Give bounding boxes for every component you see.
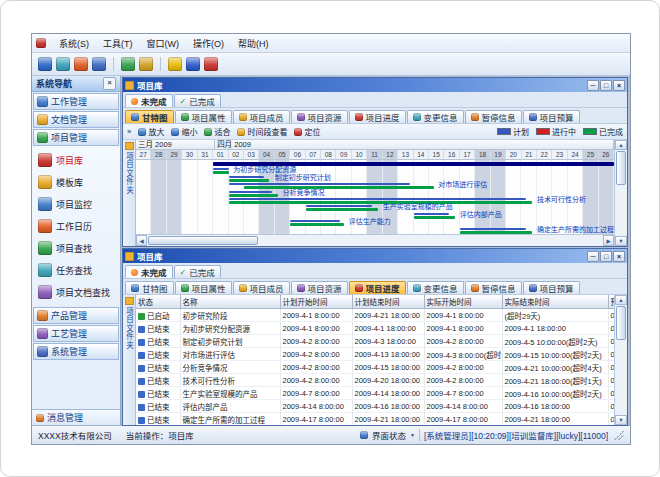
view-tab-icon-progress xyxy=(355,284,363,292)
column-header-5[interactable]: 实际结束时间 xyxy=(502,295,608,309)
minimize-button[interactable]: ─ xyxy=(587,80,599,91)
view-tab-gantt[interactable]: 甘特图 xyxy=(125,281,174,294)
view-tab-members[interactable]: 项目成员 xyxy=(233,110,290,123)
view-tab-resources[interactable]: 项目资源 xyxy=(291,110,348,123)
dropdown-arrow-icon[interactable]: ▼ xyxy=(410,432,415,438)
view-tab-budget[interactable]: 项目预算 xyxy=(523,110,580,123)
scroll-down-arrow[interactable]: ▼ xyxy=(615,236,627,246)
window-titlebar[interactable]: 项目库 ─ □ × xyxy=(123,78,627,92)
zoom-in-button[interactable]: 放大 xyxy=(138,126,164,137)
view-tab-members[interactable]: 项目成员 xyxy=(233,281,290,294)
help-icon[interactable] xyxy=(186,57,200,71)
view-tab-pauses[interactable]: 暂停信息 xyxy=(465,110,522,123)
search-icon[interactable] xyxy=(92,57,106,71)
calendar-icon[interactable] xyxy=(74,57,88,71)
table-row[interactable]: 已结束技术可行性分析2009-4-2 8:00:002009-4-20 18:0… xyxy=(136,374,614,387)
table-row[interactable]: 已启动初步研究阶段2009-4-1 8:00:002009-4-21 18:00… xyxy=(136,309,614,322)
scroll-down-arrow[interactable]: ▼ xyxy=(615,415,627,425)
sidebar-group-doc-mgmt[interactable]: 文档管理 xyxy=(33,111,119,128)
time-range-button[interactable]: 时间段查看 xyxy=(237,126,287,137)
view-tab-properties[interactable]: 项目属性 xyxy=(175,281,232,294)
vertical-scrollbar[interactable]: ▲ ▼ xyxy=(614,295,627,425)
scroll-track[interactable] xyxy=(615,186,627,236)
menu-item-4[interactable]: 帮助(H) xyxy=(231,38,276,50)
table-row[interactable]: 已结束评估内部产品2009-4-14 8:00:002009-4-16 18:0… xyxy=(136,400,614,413)
message-mgmt-tab[interactable]: 消息管理 xyxy=(32,409,120,425)
scroll-left-arrow[interactable]: ◀ xyxy=(136,235,147,246)
lock-icon[interactable] xyxy=(168,57,182,71)
sidebar-item-project-library[interactable]: 项目库 xyxy=(38,149,120,171)
exit-icon[interactable] xyxy=(204,57,218,71)
view-tab-progress[interactable]: 项目进度 xyxy=(349,281,406,294)
menu-item-3[interactable]: 操作(O) xyxy=(186,38,231,50)
sidebar-group-system-mgmt[interactable]: 系统管理 xyxy=(33,343,119,360)
sidebar-group-product-mgmt[interactable]: 产品管理 xyxy=(33,307,119,324)
scroll-thumb[interactable] xyxy=(616,306,626,340)
column-header-4[interactable]: 实际开始时间 xyxy=(424,295,502,309)
report-icon[interactable] xyxy=(139,57,153,71)
tab-finished[interactable]: ✓已完成 xyxy=(174,94,221,107)
view-tab-pauses[interactable]: 暂停信息 xyxy=(465,281,522,294)
table-row[interactable]: 已结束生产实验室规模的产品2009-4-7 8:00:002009-4-14 1… xyxy=(136,387,614,400)
scroll-track[interactable] xyxy=(147,235,603,246)
vertical-scrollbar[interactable]: ▲ ▼ xyxy=(614,140,627,246)
zoom-out-button[interactable]: 缩小 xyxy=(171,126,197,137)
sidebar-group-process-mgmt[interactable]: 工艺管理 xyxy=(33,325,119,342)
sidebar-item-work-calendar[interactable]: 工作日历 xyxy=(38,215,120,237)
tab-finished[interactable]: ✓已完成 xyxy=(174,265,221,278)
column-header-2[interactable]: 计划开始时间 xyxy=(280,295,352,309)
window-titlebar[interactable]: 项目库 ─ □ × xyxy=(123,249,627,263)
tab-unfinished[interactable]: 未完成 xyxy=(125,94,173,107)
view-tab-resources[interactable]: 项目资源 xyxy=(291,281,348,294)
project-folder-strip[interactable]: 项目文件夹 xyxy=(123,140,136,246)
status-icon xyxy=(138,326,145,333)
column-header-0[interactable]: 状态 xyxy=(136,295,180,309)
column-header-3[interactable]: 计划结束时间 xyxy=(352,295,424,309)
save-icon[interactable] xyxy=(38,57,52,71)
table-row[interactable]: 已结束确定生产所需的加工过程2009-4-17 8:00:002009-4-21… xyxy=(136,413,614,426)
scroll-right-arrow[interactable]: ▶ xyxy=(603,235,614,246)
sidebar-item-project-doc-search[interactable]: 项目文档查找 xyxy=(38,281,120,303)
view-tab-changes[interactable]: 变更信息 xyxy=(407,281,464,294)
sidebar-item-template-library[interactable]: 模板库 xyxy=(38,171,120,193)
sidebar-item-project-monitor[interactable]: 项目监控 xyxy=(38,193,120,215)
table-row[interactable]: 已结束对市场进行评估2009-4-2 8:00:002009-4-13 18:0… xyxy=(136,348,614,361)
table-row[interactable]: 已结束制定初步研究计划2009-4-2 8:00:002009-4-3 18:0… xyxy=(136,335,614,348)
ui-state-label[interactable]: 界面状态 xyxy=(372,429,406,441)
minimize-button[interactable]: ─ xyxy=(587,251,599,262)
table-row[interactable]: 已结束为初步研究分配资源2009-4-1 8:00:002009-4-1 18:… xyxy=(136,322,614,335)
view-tab-properties[interactable]: 项目属性 xyxy=(175,110,232,123)
scroll-thumb[interactable] xyxy=(148,236,258,245)
maximize-button[interactable]: □ xyxy=(600,80,612,91)
sidebar-group-work-mgmt[interactable]: 工作管理 xyxy=(33,93,119,110)
overflow-chevron[interactable]: » xyxy=(127,127,131,136)
view-tab-gantt[interactable]: 甘特图 xyxy=(125,110,174,123)
view-tab-progress[interactable]: 项目进度 xyxy=(349,110,406,123)
scroll-thumb[interactable] xyxy=(616,151,626,185)
resize-grip[interactable] xyxy=(614,430,624,440)
column-header-1[interactable]: 名称 xyxy=(180,295,280,309)
sidebar-group-project-mgmt[interactable]: 项目管理 xyxy=(33,129,119,146)
project-folder-strip[interactable]: 项目文件夹 xyxy=(123,295,136,425)
print-icon[interactable] xyxy=(56,57,70,71)
menu-item-0[interactable]: 系统(S) xyxy=(52,38,96,50)
schedule-icon[interactable] xyxy=(121,57,135,71)
view-tab-budget[interactable]: 项目预算 xyxy=(523,281,580,294)
maximize-button[interactable]: □ xyxy=(600,251,612,262)
fit-button[interactable]: 适合 xyxy=(204,126,230,137)
table-row[interactable]: 已结束分析竞争情况2009-4-2 8:00:002009-4-15 18:00… xyxy=(136,361,614,374)
close-button[interactable]: × xyxy=(613,80,625,91)
sidebar-close-button[interactable]: × xyxy=(103,77,116,90)
sidebar-item-project-search[interactable]: 项目查找 xyxy=(38,237,120,259)
horizontal-scrollbar[interactable]: ◀ ▶ xyxy=(136,234,614,246)
locate-button[interactable]: 定位 xyxy=(294,126,320,137)
scroll-up-arrow[interactable]: ▲ xyxy=(615,140,627,150)
view-tab-changes[interactable]: 变更信息 xyxy=(407,110,464,123)
sidebar-item-task-search[interactable]: 任务查找 xyxy=(38,259,120,281)
scroll-up-arrow[interactable]: ▲ xyxy=(615,295,627,305)
close-button[interactable]: × xyxy=(613,251,625,262)
menu-item-2[interactable]: 窗口(W) xyxy=(140,38,187,50)
scroll-track[interactable] xyxy=(615,341,627,415)
tab-unfinished[interactable]: 未完成 xyxy=(125,265,173,278)
menu-item-1[interactable]: 工具(T) xyxy=(96,38,140,50)
